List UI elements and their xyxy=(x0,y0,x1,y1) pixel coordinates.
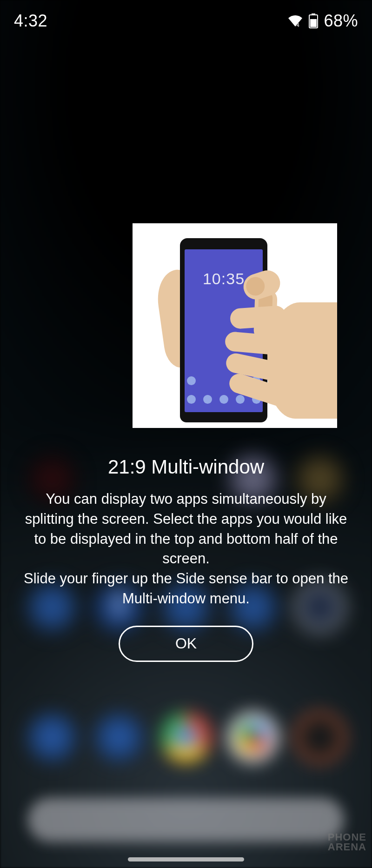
app-icon xyxy=(160,712,212,763)
battery-icon xyxy=(309,13,318,28)
app-icon xyxy=(294,712,345,763)
gesture-nav-bar xyxy=(128,857,244,861)
tutorial-body: You can display two apps simultaneously … xyxy=(0,489,372,609)
tutorial-body-line: Slide your finger up the Side sense bar … xyxy=(22,569,350,609)
watermark: PHONE ARENA xyxy=(328,833,366,852)
app-icon xyxy=(27,712,78,763)
tutorial-title: 21:9 Multi-window xyxy=(108,456,264,478)
battery-percent: 68% xyxy=(324,11,358,31)
app-icon xyxy=(93,712,145,763)
svg-rect-3 xyxy=(310,19,317,27)
ok-button[interactable]: OK xyxy=(119,626,253,662)
hand-illustration xyxy=(230,305,287,329)
tutorial-body-line: You can display two apps simultaneously … xyxy=(22,489,350,569)
status-bar: 4:32 4 68% xyxy=(0,0,372,33)
home-dock xyxy=(0,712,372,763)
wifi-icon: 4 xyxy=(287,14,303,27)
app-icon xyxy=(227,712,279,763)
google-search-bar xyxy=(28,798,344,842)
ok-button-label: OK xyxy=(175,635,197,652)
watermark-line: ARENA xyxy=(328,842,366,852)
tutorial-illustration: 10:35 xyxy=(133,223,337,428)
status-icons: 4 68% xyxy=(287,11,358,31)
status-time: 4:32 xyxy=(14,11,47,31)
svg-text:4: 4 xyxy=(297,23,299,27)
multi-window-tutorial: 10:35 21:9 Multi-window You can display … xyxy=(0,223,372,662)
